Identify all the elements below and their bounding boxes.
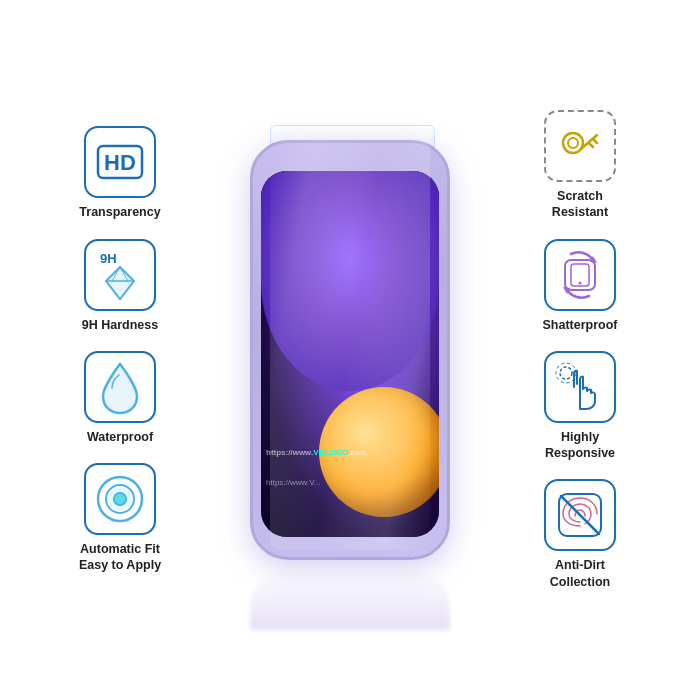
svg-point-23 <box>560 367 572 379</box>
watermark2: https://www.V... <box>266 478 320 487</box>
svg-point-22 <box>579 281 582 284</box>
phone-display: https://www.VELZIGO.com https://www.V... <box>190 130 510 570</box>
waterproof-label: Waterproof <box>87 429 153 445</box>
left-features: HD Transparency 9H 9H Hardness <box>60 126 180 573</box>
feature-9h-hardness: 9H 9H Hardness <box>82 239 158 333</box>
svg-text:9H: 9H <box>100 251 117 266</box>
phone-screen: https://www.VELZIGO.com https://www.V... <box>261 171 439 537</box>
feature-auto-fit: Automatic Fit Easy to Apply <box>79 463 161 574</box>
waterproof-icon-box <box>84 351 156 423</box>
drop-icon <box>95 358 145 416</box>
anti-dirt-label: Anti-Dirt Collection <box>550 557 610 590</box>
svg-line-16 <box>593 139 597 143</box>
svg-line-17 <box>589 143 593 147</box>
scratch-icon-box <box>544 110 616 182</box>
fingerprint-no-icon <box>551 486 609 544</box>
scratch-label: Scratch Resistant <box>552 188 608 221</box>
right-features: Scratch Resistant Shatter <box>520 110 640 590</box>
hd-label: Transparency <box>79 204 160 220</box>
watermark: https://www.VELZIGO.com <box>266 448 367 457</box>
svg-point-13 <box>563 133 583 153</box>
svg-marker-4 <box>106 267 134 299</box>
hd-icon-box: HD <box>84 126 156 198</box>
shatterproof-label: Shatterproof <box>543 317 618 333</box>
shatterproof-icon-box <box>544 239 616 311</box>
9h-label: 9H Hardness <box>82 317 158 333</box>
9h-icon-box: 9H <box>84 239 156 311</box>
phone-reflection <box>250 570 450 630</box>
feature-hd-transparency: HD Transparency <box>79 126 160 220</box>
svg-line-26 <box>561 496 599 534</box>
feature-highly-responsive: Highly Responsive <box>544 351 616 462</box>
diamond-icon: 9H <box>90 245 150 305</box>
feature-scratch-resistant: Scratch Resistant <box>544 110 616 221</box>
auto-fit-label: Automatic Fit Easy to Apply <box>79 541 161 574</box>
phone-wrapper: https://www.VELZIGO.com https://www.V... <box>240 130 460 570</box>
phone-body: https://www.VELZIGO.com https://www.V... <box>250 140 450 560</box>
responsive-icon-box <box>544 351 616 423</box>
circle-target-icon <box>91 470 149 528</box>
hd-icon: HD <box>96 144 144 180</box>
anti-dirt-icon-box <box>544 479 616 551</box>
responsive-label: Highly Responsive <box>545 429 615 462</box>
feature-shatterproof: Shatterproof <box>543 239 618 333</box>
svg-point-12 <box>108 487 132 511</box>
feature-waterproof: Waterproof <box>84 351 156 445</box>
finger-icon <box>552 359 608 415</box>
main-container: HD Transparency 9H 9H Hardness <box>0 0 700 700</box>
rotate-icon <box>551 246 609 304</box>
auto-fit-icon-box <box>84 463 156 535</box>
feature-anti-dirt: Anti-Dirt Collection <box>544 479 616 590</box>
key-icon <box>555 121 605 171</box>
svg-point-14 <box>568 138 578 148</box>
svg-text:HD: HD <box>104 150 136 175</box>
